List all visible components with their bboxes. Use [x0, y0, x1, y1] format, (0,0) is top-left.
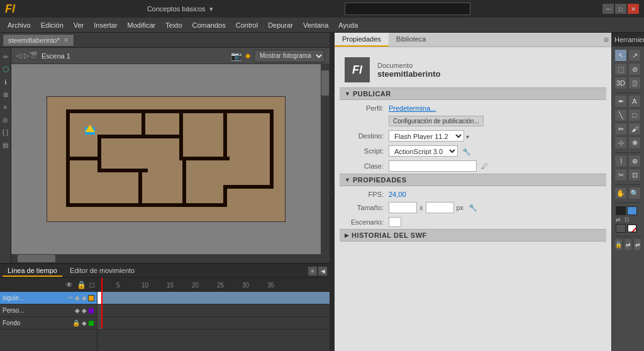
script-select[interactable]: ActionScript 3.0 ActionScript 2.0	[389, 145, 458, 157]
view-select[interactable]: Mostrar fotograma Mostrar todo	[254, 50, 325, 62]
vertical-scrollbar[interactable]	[321, 64, 330, 254]
extra-color-1[interactable]	[616, 224, 626, 233]
tab-propiedades[interactable]: Propiedades	[335, 33, 389, 47]
swap-icon[interactable]: ⇄	[616, 216, 621, 223]
menu-control[interactable]: Control	[231, 20, 263, 31]
left-toolbar: ✏ ⬡ ℹ ⊞ ≡ ◎ { } ▤	[0, 48, 11, 263]
eye-icon[interactable]: 👁	[65, 281, 73, 289]
menu-ver[interactable]: Ver	[69, 20, 89, 31]
dropdown-arrow[interactable]: ▾	[209, 5, 213, 13]
arrow-tool[interactable]: ↖	[614, 49, 627, 62]
pen-tool[interactable]: ✒	[614, 95, 627, 108]
hscroll-thumb[interactable]	[18, 255, 55, 262]
lock-layer-icon: 🔒	[72, 320, 80, 326]
search-input[interactable]	[345, 3, 470, 15]
fill-color-swatch[interactable]	[627, 206, 637, 215]
diamond-icon[interactable]: ◆	[245, 52, 250, 60]
frame-track-fondo	[97, 317, 330, 330]
menu-comandos[interactable]: Comandos	[187, 20, 231, 31]
eraser-tool[interactable]: ⊡	[628, 169, 641, 181]
menu-archivo[interactable]: Archivo	[3, 20, 36, 31]
hand-tool[interactable]: ✋	[614, 187, 627, 199]
deco-tool[interactable]: ❋	[628, 136, 641, 149]
info-icon[interactable]: ℹ	[1, 77, 10, 86]
panel-expand-icon[interactable]: ≡	[604, 35, 609, 45]
document-tab[interactable]: steemitlaberinto* ✕	[3, 34, 74, 47]
rect-tool[interactable]: □	[628, 109, 641, 121]
swf-section-header[interactable]: ▶ HISTORIAL DEL SWF	[340, 229, 606, 242]
align-icon[interactable]: ≡	[1, 103, 10, 111]
camera-icon[interactable]: 📷	[231, 51, 242, 61]
clase-wrench-icon[interactable]: 🖊	[481, 162, 488, 170]
motion-editor-tab[interactable]: Editor de movimiento	[65, 265, 140, 277]
script-wrench-icon[interactable]: 🔧	[462, 148, 471, 155]
destino-select[interactable]: Flash Player 11.2 Flash Player 10	[389, 130, 464, 142]
horizontal-scrollbar[interactable]	[11, 254, 330, 263]
smooth-tool[interactable]: ⇄	[624, 238, 632, 251]
paint-bucket-tool[interactable]: ⊕	[628, 155, 641, 167]
size-wrench-icon[interactable]: 🔧	[469, 204, 477, 212]
publish-section-header[interactable]: ▼ PUBLICAR	[340, 87, 606, 100]
height-input[interactable]: 400	[426, 202, 454, 213]
menu-texto[interactable]: Texto	[160, 20, 187, 31]
none-color[interactable]	[627, 224, 637, 233]
fps-value[interactable]: 24,00	[389, 191, 406, 198]
outline-icon[interactable]: □	[90, 281, 94, 289]
profile-value[interactable]: Predetermina...	[389, 104, 436, 112]
stroke-color-swatch[interactable]	[616, 206, 626, 215]
forward-arrow[interactable]: ▷	[24, 52, 29, 60]
layer-row-fondo[interactable]: Fondo 🔒 ◆	[0, 317, 97, 330]
close-button[interactable]: ✕	[628, 4, 639, 14]
publish-config-button[interactable]: Configuración de publicación...	[389, 116, 484, 126]
layer-row-perso[interactable]: Perso... ◆ ◆	[0, 304, 97, 317]
reset-icon[interactable]: ⊡	[625, 216, 630, 223]
search-area[interactable]	[345, 3, 470, 15]
text-tool[interactable]: A	[628, 95, 641, 108]
motion-icon[interactable]: ◎	[1, 115, 10, 124]
bone-tool[interactable]: ⌇	[614, 155, 627, 167]
layout-icon[interactable]: ▤	[1, 140, 10, 149]
subselect-tool[interactable]: ↗	[628, 49, 641, 62]
eyedropper-tool[interactable]: ✂	[614, 169, 627, 181]
layer-row-siguie[interactable]: siguie... ✏ ◆ ◆	[0, 292, 97, 304]
lasso-tool[interactable]: ⍰	[628, 77, 641, 89]
snap-tool[interactable]: 🔒	[614, 238, 623, 251]
spray-tool[interactable]: ⊹	[614, 136, 627, 149]
scrollbar-thumb[interactable]	[321, 70, 329, 96]
width-input[interactable]: 550	[389, 202, 417, 213]
clase-input[interactable]	[389, 160, 477, 172]
menu-ayuda[interactable]: Ayuda	[333, 20, 363, 31]
menu-modificar[interactable]: Modificar	[123, 20, 161, 31]
tab-biblioteca[interactable]: Biblioteca	[389, 33, 434, 47]
menu-insertar[interactable]: Insertar	[89, 20, 122, 31]
menu-depurar[interactable]: Depurar	[263, 20, 298, 31]
menu-edicion[interactable]: Edición	[36, 20, 69, 31]
timeline-tab[interactable]: Línea de tiempo	[3, 265, 62, 277]
color-icon[interactable]: ⬡	[1, 65, 10, 74]
lock-icon[interactable]: 🔒	[77, 281, 86, 289]
tab-close-icon[interactable]: ✕	[64, 36, 69, 43]
brush-tool[interactable]: 🖌	[628, 123, 641, 135]
divider-handle: ⋮	[330, 189, 335, 195]
stage-color-swatch[interactable]	[389, 217, 401, 227]
transform-icon[interactable]: ⊞	[1, 90, 10, 99]
gradient-tool[interactable]: ⊘	[628, 63, 641, 75]
props-section-header[interactable]: ▼ PROPIEDADES	[340, 174, 606, 186]
code-icon[interactable]: { }	[1, 128, 10, 136]
free-transform-tool[interactable]: ⬚	[614, 63, 627, 75]
line-tool[interactable]: ╲	[614, 109, 627, 121]
mid-divider[interactable]: ⋮	[330, 33, 335, 351]
size-row: Tamaño: 550 x 400 px 🔧	[340, 200, 606, 215]
pencil-tool[interactable]: ✏	[614, 123, 627, 135]
straighten-tool[interactable]: ⇄	[633, 238, 641, 251]
playhead[interactable]	[101, 278, 103, 328]
maximize-button[interactable]: □	[615, 4, 626, 14]
menu-ventana[interactable]: Ventana	[298, 20, 333, 31]
zoom-tool[interactable]: 🔍	[628, 187, 641, 199]
3d-tool[interactable]: 3D	[614, 77, 627, 89]
edit-icon[interactable]: ✏	[1, 52, 10, 61]
timeline-expand-btn[interactable]: ◀	[318, 267, 327, 276]
minimize-button[interactable]: ─	[602, 4, 614, 14]
timeline-menu-btn[interactable]: ≡	[308, 267, 317, 276]
back-arrow[interactable]: ◁	[16, 52, 21, 60]
